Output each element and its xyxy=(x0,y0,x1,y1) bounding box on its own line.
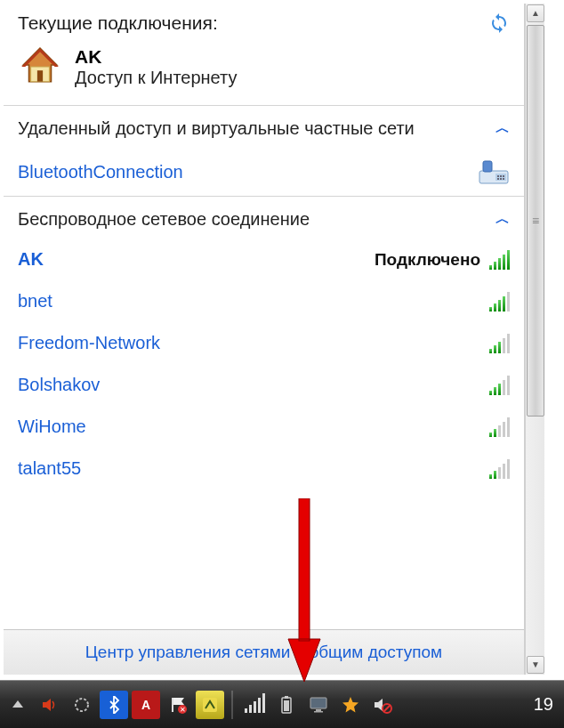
svg-rect-3 xyxy=(37,70,43,82)
network-name: BluetoothConnection xyxy=(18,162,183,182)
volume-mute-icon[interactable] xyxy=(368,691,397,719)
chevron-up-icon: ︿ xyxy=(496,119,510,138)
scrollbar[interactable]: ▲ ▼ xyxy=(525,4,544,675)
svg-rect-9 xyxy=(503,175,504,177)
signal-icon xyxy=(489,376,510,395)
scroll-up-button[interactable]: ▲ xyxy=(527,4,544,22)
app-tray-icon[interactable] xyxy=(196,691,224,719)
network-name: bnet xyxy=(18,291,52,311)
svg-rect-11 xyxy=(500,178,502,180)
svg-rect-28 xyxy=(316,709,321,711)
header-title: Текущие подключения: xyxy=(18,12,218,34)
star-icon[interactable] xyxy=(336,691,365,719)
bluetooth-icon[interactable] xyxy=(100,691,128,719)
chevron-up-icon: ︿ xyxy=(496,210,510,229)
network-tray-icon[interactable] xyxy=(240,691,269,719)
wifi-item-ak[interactable]: AK Подключено xyxy=(4,239,524,280)
wireless-category-header[interactable]: Беспроводное сетевое соединение ︿ xyxy=(4,197,524,239)
action-center-icon[interactable]: ✕ xyxy=(164,691,192,719)
tray-separator xyxy=(231,691,233,719)
wifi-item-talant55[interactable]: talant55 xyxy=(4,448,524,489)
signal-icon xyxy=(489,417,510,437)
signal-icon xyxy=(489,250,510,270)
network-name: talant55 xyxy=(18,458,81,479)
svg-rect-10 xyxy=(497,178,499,180)
current-connection-item[interactable]: AK Доступ к Интернету xyxy=(4,41,524,105)
svg-rect-12 xyxy=(503,178,504,180)
network-name: Freedom-Network xyxy=(18,333,160,353)
current-connections-header: Текущие подключения: xyxy=(4,4,524,41)
svg-rect-25 xyxy=(285,696,288,699)
signal-icon xyxy=(489,292,510,311)
category-label: Удаленный доступ и виртуальные частные с… xyxy=(18,118,415,139)
adobe-icon[interactable]: A xyxy=(132,691,160,719)
network-center-link[interactable]: Центр управления сетями и общим доступом xyxy=(4,629,524,675)
dialup-item-bluetooth[interactable]: BluetoothConnection xyxy=(4,148,524,196)
wifi-item-freedom[interactable]: Freedom-Network xyxy=(4,322,524,364)
wifi-item-bolshakov[interactable]: Bolshakov xyxy=(4,364,524,406)
network-name: WiHome xyxy=(18,417,86,437)
svg-rect-26 xyxy=(284,700,289,711)
battery-icon[interactable] xyxy=(272,691,301,719)
taskbar-clock[interactable]: 19 xyxy=(534,694,560,715)
svg-line-33 xyxy=(383,705,391,712)
wifi-item-wihome[interactable]: WiHome xyxy=(4,406,524,448)
svg-rect-20 xyxy=(172,698,173,712)
category-label: Беспроводное сетевое соединение xyxy=(18,209,310,230)
network-status: Подключено xyxy=(375,250,480,270)
svg-marker-31 xyxy=(375,699,383,711)
svg-rect-7 xyxy=(497,175,499,177)
svg-rect-8 xyxy=(500,175,502,177)
network-name: AK xyxy=(18,249,44,270)
svg-marker-18 xyxy=(43,699,51,711)
signal-icon xyxy=(489,334,510,353)
current-connection-status: Доступ к Интернету xyxy=(75,68,237,88)
wifi-item-bnet[interactable]: bnet xyxy=(4,280,524,322)
svg-marker-17 xyxy=(12,700,23,708)
svg-rect-29 xyxy=(314,711,323,713)
scroll-thumb[interactable] xyxy=(527,25,544,417)
network-flyout-panel: Текущие подключения: AK Доступ к Интерне… xyxy=(4,4,544,675)
refresh-icon[interactable] xyxy=(488,12,510,34)
signal-icon xyxy=(489,459,510,479)
volume-icon[interactable] xyxy=(36,691,64,719)
monitor-icon[interactable] xyxy=(304,691,333,719)
svg-rect-5 xyxy=(483,161,492,172)
tray-overflow-icon[interactable] xyxy=(4,691,32,719)
svg-text:✕: ✕ xyxy=(180,706,186,714)
network-name: Bolshakov xyxy=(18,375,100,395)
current-connection-name: AK xyxy=(75,46,237,68)
footer-link-text: Центр управления сетями и общим доступом xyxy=(85,643,442,661)
dialup-category-header[interactable]: Удаленный доступ и виртуальные частные с… xyxy=(4,106,524,148)
modem-icon xyxy=(478,158,510,185)
taskbar: A ✕ 19 xyxy=(0,680,564,728)
svg-rect-27 xyxy=(310,698,326,708)
svg-marker-30 xyxy=(342,697,359,713)
scroll-down-button[interactable]: ▼ xyxy=(527,656,544,674)
house-icon xyxy=(18,44,62,89)
svg-point-19 xyxy=(76,699,88,711)
generic-tray-icon[interactable] xyxy=(68,691,96,719)
